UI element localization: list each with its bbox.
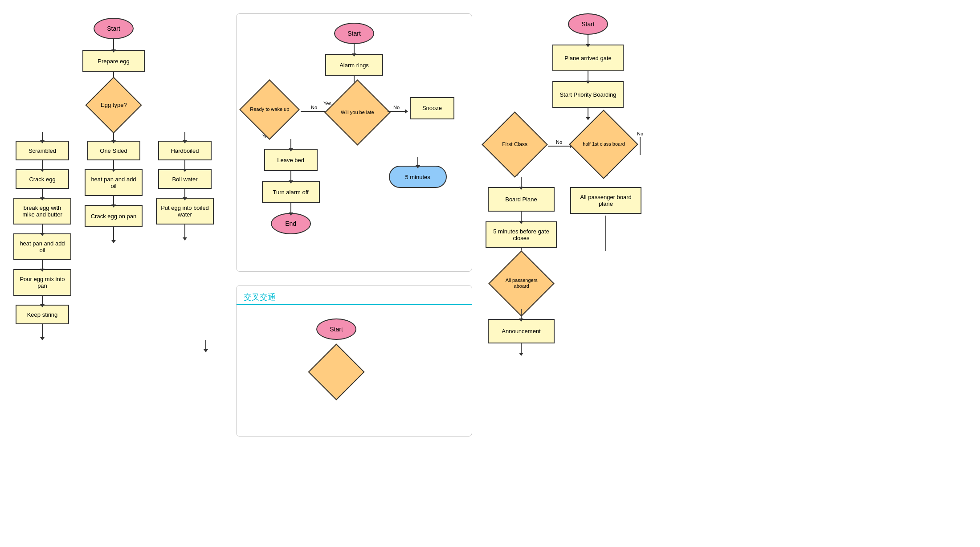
announcement-rect: Announcement xyxy=(488,319,555,343)
pour-egg-rect: Pour egg mix into pan xyxy=(13,269,71,296)
arrow xyxy=(205,340,206,350)
plane-arrived-rect: Plane arrived gate xyxy=(552,45,624,71)
start-label: Start xyxy=(107,25,120,32)
arrow xyxy=(184,160,185,169)
arrow xyxy=(113,196,114,205)
crack-egg-rect: Crack egg xyxy=(16,169,69,189)
connector-line xyxy=(605,216,606,251)
one-sided-rect: One Sided xyxy=(87,141,140,160)
arrow xyxy=(521,212,522,221)
turn-alarm-rect: Turn alarm off xyxy=(262,181,320,203)
arrow xyxy=(113,160,114,169)
arrow xyxy=(290,203,291,213)
egg-type-diamond: Egg type? xyxy=(85,77,142,133)
priority-boarding-rect: Start Priority Boarding xyxy=(552,81,624,108)
panel-title-traffic: 交叉交通 xyxy=(237,286,472,305)
hardboiled-rect: Hardboiled xyxy=(158,141,212,160)
arrow xyxy=(521,343,522,353)
five-min-stadium: 5 minutes xyxy=(389,166,447,188)
arrow xyxy=(113,132,114,141)
no-label1: No xyxy=(311,105,317,110)
arrow xyxy=(42,225,43,233)
fc-no-label: No xyxy=(556,139,562,145)
arrow xyxy=(42,324,43,338)
traffic-diamond xyxy=(314,350,359,394)
crack-pan-rect: Crack egg on pan xyxy=(85,205,143,227)
half-1st-diamond: half 1st class board xyxy=(577,118,630,171)
scrambled-rect: Scrambled xyxy=(16,141,69,160)
arrow xyxy=(290,139,291,149)
arrow xyxy=(301,111,327,112)
arrow xyxy=(184,225,185,238)
heat-pan2-rect: heat pan and add oil xyxy=(85,169,143,196)
keep-stir-rect: Keep stiring xyxy=(16,305,69,324)
arrow xyxy=(42,132,43,141)
arrow xyxy=(42,296,43,305)
prepare-rect: Prepare egg xyxy=(82,50,145,72)
break-egg-rect: break egg with mike and butter xyxy=(13,198,71,225)
arrow xyxy=(588,108,588,118)
all-passenger-rect: All passenger board plane xyxy=(570,187,641,214)
alarm-start-oval: Start xyxy=(334,23,374,44)
start-oval: Start xyxy=(94,18,134,39)
board-plane-rect: Board Plane xyxy=(488,187,555,212)
first-class-diamond: First Class xyxy=(489,119,540,170)
arrow xyxy=(42,260,43,269)
traffic-start-oval: Start xyxy=(316,318,356,340)
arrow xyxy=(42,160,43,169)
five-min-gate-rect: 5 minutes before gate closes xyxy=(486,221,557,248)
arrow xyxy=(588,71,588,81)
ready-diamond: Ready to wake up xyxy=(246,86,293,133)
alarm-rect: Alarm rings xyxy=(325,54,383,76)
arrow xyxy=(113,39,114,50)
leave-bed-rect: Leave bed xyxy=(264,149,318,171)
arrow xyxy=(521,309,522,319)
no-label2: No xyxy=(393,105,400,110)
half-no-label: No xyxy=(637,131,643,136)
heat-pan1-rect: heat pan and add oil xyxy=(13,233,71,260)
arrow xyxy=(354,44,355,54)
arrow xyxy=(640,137,641,155)
arrow xyxy=(388,111,405,112)
arrow xyxy=(417,157,418,166)
arrow xyxy=(184,132,185,141)
snooze-rect: Snooze xyxy=(410,97,454,119)
all-aboard-diamond: All passengers aboard xyxy=(496,258,547,309)
arrow xyxy=(521,177,522,187)
put-egg-rect: Put egg into boiled water xyxy=(156,198,214,225)
end-oval: End xyxy=(271,213,311,234)
arrow xyxy=(290,171,291,181)
arrow xyxy=(42,189,43,198)
will-late-diamond: Will you be late xyxy=(332,87,383,138)
arrow xyxy=(113,227,114,241)
arrow xyxy=(184,189,185,198)
boil-water-rect: Boil water xyxy=(158,169,212,189)
arrow xyxy=(588,35,588,45)
arrow xyxy=(548,146,570,147)
airport-start-oval: Start xyxy=(568,13,608,35)
